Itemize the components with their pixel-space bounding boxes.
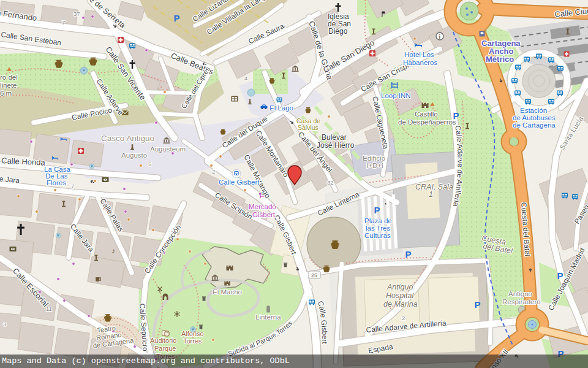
- shop-dot: [36, 210, 39, 213]
- poi-label-augusteum: Augusteum: [150, 145, 186, 153]
- poi-label-mercado-1: Mercado: [249, 203, 276, 210]
- housenumber: 11: [46, 305, 52, 312]
- fountain-icon: [56, 233, 61, 238]
- shop-dot: [123, 188, 126, 191]
- waste-icon: [199, 324, 203, 329]
- shop-dot: [30, 140, 33, 144]
- atm-icon: [102, 177, 109, 182]
- poi-label-ancho-3: Métrico: [486, 55, 514, 64]
- poi-label-hospital-3: de Marina: [383, 300, 418, 309]
- building: [70, 140, 104, 167]
- area-label-el-macho: El Macho: [213, 288, 242, 296]
- poi-label-castillo-2: de Despeñaperros: [398, 118, 456, 126]
- area-label-molinete-3: 6 m: [0, 90, 12, 97]
- housenumber: 5: [148, 161, 151, 167]
- housenumber: 7: [71, 183, 74, 190]
- castle-icon: [227, 266, 233, 270]
- cinema-icon: [232, 96, 238, 102]
- shop-dot: [152, 229, 155, 232]
- atm-icon: [10, 247, 17, 251]
- poi-label-castillo-1: Castillo: [415, 110, 438, 118]
- map-viewport[interactable]: P: [0, 0, 588, 368]
- parking-icon: [174, 13, 180, 23]
- poi-label-hotel-2: Habaneros: [403, 59, 438, 66]
- shop-dot: [57, 278, 60, 281]
- poi-label-crai-2: 1: [429, 190, 433, 199]
- castle-icon: [224, 282, 230, 286]
- map-canvas[interactable]: P: [0, 0, 588, 368]
- theatre-icon: [162, 331, 170, 336]
- shop-dot: [17, 195, 20, 198]
- housenumber: 2: [402, 315, 405, 321]
- housenumber: 32: [327, 179, 334, 186]
- poi-label-plaza-3: Culturas: [364, 232, 391, 239]
- building: [0, 129, 32, 156]
- shop-dot: [204, 263, 207, 266]
- shop-dot: [72, 263, 75, 266]
- castle-icon: [422, 103, 429, 108]
- building: [0, 187, 34, 218]
- poi-label-flores-3: Flores: [47, 179, 66, 186]
- fountain-icon: [89, 164, 94, 169]
- shop-dot: [244, 189, 247, 192]
- housenumber: 2: [212, 168, 215, 175]
- shop-dot: [155, 121, 158, 125]
- shop-dot: [210, 164, 213, 167]
- poi-label-hotel-1: Hotel Los: [404, 51, 434, 58]
- area-label-molinete-1: ro del: [0, 74, 18, 81]
- poi-label-plaza-1: Plaza de: [364, 217, 392, 224]
- music-icon: [111, 247, 115, 255]
- parking-icon: [405, 249, 412, 259]
- poi-label-mercado-2: Gisbert: [252, 211, 276, 218]
- housenumber: 37: [74, 10, 80, 17]
- info-icon: [436, 33, 443, 40]
- shop-dot: [189, 250, 192, 253]
- shop-dot: [70, 163, 74, 166]
- area-label-molinete-2: linete: [0, 82, 17, 89]
- area-label-casco-antiguo: Casco Antiguo: [101, 134, 154, 143]
- tower-icon: [266, 305, 270, 312]
- stop-label-gisbert: Calle Gisbert: [219, 178, 260, 186]
- poi-label-casa-2: Salvius: [298, 124, 318, 131]
- poi-label-estacion-1: Estación: [520, 107, 547, 114]
- building: [37, 193, 77, 225]
- shop-dot: [219, 155, 222, 158]
- poi-label-respiradero-2: Respiradero: [502, 298, 541, 305]
- poi-label-bulevar-2: José Hierro: [317, 141, 355, 150]
- poi-label-alfonso-2: Torres: [183, 337, 202, 345]
- poi-label-estacion-3: de Cartagena: [513, 121, 556, 129]
- shop-dot: [413, 37, 417, 40]
- parking-icon: [475, 299, 481, 310]
- poi-label-bulevar-1: Bulevar: [322, 133, 347, 142]
- hospital-building: [340, 260, 489, 366]
- route-badge: 25: [309, 271, 320, 278]
- shop-dot: [212, 339, 215, 342]
- poi-label-auditorio-1: Auditorio: [150, 337, 176, 344]
- attribution-bar: Maps and Data (c) openstreetmap.org and …: [0, 355, 588, 368]
- railway-station-icon: [480, 31, 485, 37]
- shop-dot: [328, 115, 331, 118]
- poi-label-crai-1: CRAI, Sala: [415, 183, 453, 191]
- building: [88, 256, 125, 288]
- shop-dot: [94, 180, 97, 183]
- shop-dot: [91, 15, 94, 18]
- bus-station-roundabout: [522, 64, 556, 98]
- poi-label-edificio-2: I+D+i: [366, 162, 383, 169]
- poi-label-plaza-2: las Tres: [366, 224, 391, 232]
- pharmacy-icon: [78, 148, 84, 154]
- shop-dot: [82, 17, 85, 20]
- fountain-icon: [81, 68, 87, 74]
- shop-dot: [63, 299, 66, 302]
- attribution-text: Maps and Data (c) openstreetmap.org and …: [2, 356, 290, 366]
- waste-icon: [202, 296, 206, 301]
- shop-dot: [134, 345, 137, 348]
- shop-dot: [127, 218, 130, 221]
- waste-icon: [284, 263, 287, 267]
- shop-dot: [140, 164, 143, 167]
- clinic-icon: [564, 52, 570, 57]
- route-number: 25: [311, 272, 317, 278]
- poi-label-hospital-2: Hospital: [386, 291, 414, 300]
- pharmacy-icon: [118, 37, 124, 43]
- shop-dot: [54, 189, 57, 192]
- building: [18, 322, 55, 354]
